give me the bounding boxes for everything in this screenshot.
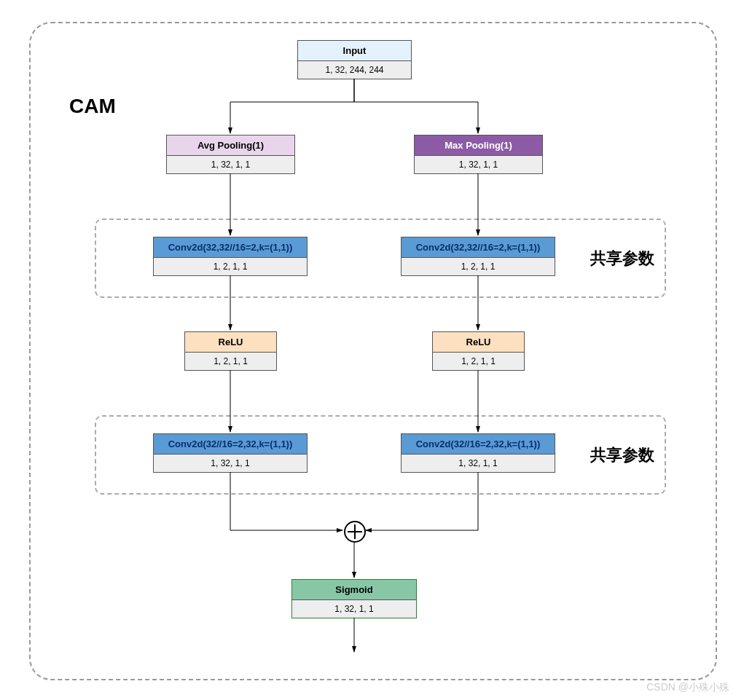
node-conv1-right-shape: 1, 2, 1, 1: [402, 258, 555, 275]
node-conv2-left-shape: 1, 32, 1, 1: [154, 455, 307, 472]
shared-params-label-1: 共享参数: [590, 248, 654, 270]
node-relu-left: ReLU 1, 2, 1, 1: [184, 331, 277, 371]
node-conv2-right: Conv2d(32//16=2,32,k=(1,1)) 1, 32, 1, 1: [401, 433, 555, 473]
add-op-icon: [344, 521, 366, 543]
node-relu-right-label: ReLU: [433, 332, 524, 353]
node-sigmoid-label: Sigmoid: [292, 580, 416, 600]
watermark: CSDN @小殊小殊: [646, 681, 729, 694]
diagram-canvas: CAM Input 1, 32, 244, 244 Avg Pooling(1)…: [0, 0, 744, 700]
node-input-shape: 1, 32, 244, 244: [298, 61, 411, 79]
node-input: Input 1, 32, 244, 244: [297, 40, 412, 79]
node-relu-left-label: ReLU: [185, 332, 276, 353]
node-conv1-right: Conv2d(32,32//16=2,k=(1,1)) 1, 2, 1, 1: [401, 237, 555, 276]
node-relu-left-shape: 1, 2, 1, 1: [185, 353, 276, 370]
node-conv1-left-shape: 1, 2, 1, 1: [154, 258, 307, 275]
node-avgpool-shape: 1, 32, 1, 1: [167, 156, 294, 173]
node-conv1-right-label: Conv2d(32,32//16=2,k=(1,1)): [402, 237, 555, 258]
diagram-title: CAM: [69, 95, 116, 118]
shared-params-label-2: 共享参数: [590, 444, 654, 466]
node-sigmoid: Sigmoid 1, 32, 1, 1: [291, 579, 417, 618]
node-conv2-right-label: Conv2d(32//16=2,32,k=(1,1)): [402, 434, 555, 455]
node-relu-right-shape: 1, 2, 1, 1: [433, 353, 524, 370]
node-sigmoid-shape: 1, 32, 1, 1: [292, 600, 416, 618]
node-conv2-right-shape: 1, 32, 1, 1: [402, 455, 555, 472]
node-conv2-left: Conv2d(32//16=2,32,k=(1,1)) 1, 32, 1, 1: [153, 433, 308, 473]
node-maxpool-shape: 1, 32, 1, 1: [415, 156, 542, 173]
node-maxpool: Max Pooling(1) 1, 32, 1, 1: [414, 135, 543, 174]
node-input-label: Input: [298, 41, 411, 61]
node-avgpool-label: Avg Pooling(1): [167, 135, 294, 156]
node-conv1-left-label: Conv2d(32,32//16=2,k=(1,1)): [154, 237, 307, 258]
node-maxpool-label: Max Pooling(1): [415, 135, 542, 156]
node-avgpool: Avg Pooling(1) 1, 32, 1, 1: [166, 135, 295, 174]
node-conv1-left: Conv2d(32,32//16=2,k=(1,1)) 1, 2, 1, 1: [153, 237, 308, 276]
node-relu-right: ReLU 1, 2, 1, 1: [432, 331, 525, 371]
node-conv2-left-label: Conv2d(32//16=2,32,k=(1,1)): [154, 434, 307, 455]
